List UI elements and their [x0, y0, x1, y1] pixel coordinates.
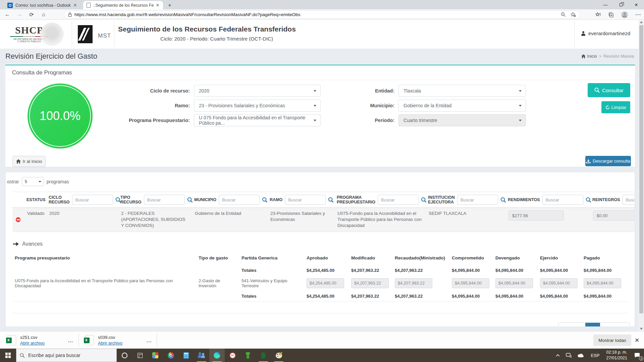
person-icon	[581, 31, 586, 36]
scroll-down-arrow[interactable]	[640, 328, 643, 330]
search-institucion-input[interactable]	[457, 195, 498, 205]
taskbar-search[interactable]	[16, 349, 117, 362]
tab-outlook[interactable]: O Correo: luci xochihua - Outlook ✕	[4, 1, 80, 9]
show-all-downloads-button[interactable]: Mostrar todas	[593, 335, 631, 346]
search-ramo-input[interactable]	[285, 195, 326, 205]
col-comprometido: Comprometido	[450, 252, 493, 265]
edge-icon[interactable]	[209, 349, 225, 362]
search-municipio-input[interactable]	[219, 195, 260, 205]
open-file-link[interactable]: Abrir archivo	[98, 341, 122, 346]
address-bar[interactable]: https://www.mst.hacienda.gob.mx/rft-web/…	[64, 10, 580, 19]
page-icon	[87, 3, 91, 8]
tray-expand-icon[interactable]	[556, 354, 560, 357]
new-tab-button[interactable]: +	[166, 2, 173, 9]
reintegros-value: $0.00	[593, 210, 635, 221]
col-rendimientos[interactable]: RENDIMIENTOS	[508, 197, 540, 202]
download-menu-icon[interactable]: ...	[147, 338, 152, 343]
ramo-select[interactable]: 23 - Provisiones Salariales y Económicas	[194, 100, 321, 112]
limpiar-button[interactable]: Limpiar	[601, 101, 630, 113]
ir-al-inicio-button[interactable]: Ir al Inicio	[12, 156, 46, 167]
municipio-select[interactable]: Gobierno de la Entidad	[398, 100, 526, 112]
add-favorite-icon[interactable]	[571, 12, 576, 17]
scrollbar-thumb[interactable]	[639, 25, 643, 313]
onedrive-icon[interactable]	[578, 353, 584, 358]
col-ramo[interactable]: RAMO	[270, 197, 282, 202]
col-aprobado: Aprobado	[305, 252, 349, 265]
col-institucion[interactable]: INSTITUCION EJECUTORA	[428, 195, 455, 205]
periodo-select[interactable]: Cuarto trimestre	[398, 114, 526, 126]
descargar-consulta-button[interactable]: Descargar consulta	[585, 156, 631, 166]
arrow-right-icon	[13, 242, 19, 246]
close-downloads-icon[interactable]: ✕	[635, 337, 639, 344]
ejercido-input: $4,095,844.00	[540, 278, 578, 288]
chrome-icon[interactable]	[163, 349, 178, 362]
language-indicator[interactable]: ESP	[591, 353, 599, 358]
notification-icon[interactable]: 3	[631, 349, 644, 362]
teams-icon[interactable]	[566, 353, 572, 358]
col-ciclo-recurso[interactable]: CICLO RECURSO	[49, 195, 70, 205]
search-icon[interactable]	[328, 197, 334, 203]
user-menu[interactable]: everardomartinezd	[581, 31, 630, 36]
profile-avatar[interactable]	[621, 11, 628, 18]
breadcrumb-home[interactable]: Inicio	[581, 54, 597, 59]
url-text: https://www.mst.hacienda.gob.mx/rft-web/…	[74, 12, 300, 17]
entidad-select[interactable]: Tlaxcala	[398, 85, 526, 97]
col-ejercido: Ejercido	[538, 252, 582, 265]
task-view-icon[interactable]	[132, 349, 148, 362]
download-item[interactable]: s251.csv Abrir archivo	[7, 334, 74, 347]
web-page: SHCP SECRETARÍA DE HACIENDA Y CRÉDITO PÚ…	[0, 20, 639, 331]
cortana-icon[interactable]	[117, 349, 132, 362]
ciclo-select[interactable]: 2020	[194, 85, 321, 97]
home-button[interactable]: ⌂	[39, 10, 48, 18]
scroll-up-arrow[interactable]	[640, 21, 643, 23]
start-button[interactable]	[5, 353, 11, 358]
col-estatus[interactable]: ESTATUS	[26, 197, 45, 202]
minimize-button[interactable]: —	[598, 0, 613, 9]
consultar-button[interactable]: Consultar	[588, 83, 630, 97]
restore-button[interactable]	[613, 0, 629, 9]
page-length-select[interactable]: 5	[22, 177, 44, 186]
table-row[interactable]: Validado 2020 2 - FEDERALES (APORTACIONE…	[12, 208, 635, 232]
pipe-app-icon[interactable]	[240, 349, 256, 362]
snipping-tool-icon[interactable]: ✂	[225, 349, 240, 362]
next-page-button[interactable]: Siguiente	[600, 323, 630, 327]
collections-icon[interactable]	[608, 12, 614, 17]
open-file-link[interactable]: Abrir archivo	[20, 341, 45, 346]
periodo-label: Periodo:	[344, 118, 394, 123]
refresh-icon	[605, 105, 610, 110]
prev-page-button[interactable]: Anterior	[558, 323, 585, 327]
programa-select[interactable]: U 075 Fondo para la Accesibilidad en el …	[194, 114, 321, 126]
col-municipio[interactable]: MUNICIPIO	[194, 197, 216, 202]
close-button[interactable]: ✕	[629, 0, 644, 9]
taskbar-search-input[interactable]	[28, 353, 109, 358]
download-item[interactable]: s039.csv Abrir archivo	[85, 334, 152, 347]
tab-close-icon[interactable]: ✕	[155, 3, 160, 8]
search-reintegros-input[interactable]	[623, 195, 635, 205]
current-page-button[interactable]: 1	[585, 323, 600, 327]
green-app-icon[interactable]	[256, 349, 271, 362]
search-tipo-input[interactable]	[144, 195, 185, 205]
app-icon[interactable]	[148, 349, 163, 362]
download-menu-icon[interactable]: ...	[68, 338, 73, 343]
tab-seguimiento[interactable]: .:Seguimiento de los Recursos Fe ✕	[83, 1, 163, 9]
search-ciclo-input[interactable]	[72, 195, 113, 205]
back-button[interactable]: ←	[3, 10, 12, 18]
refresh-button[interactable]: ⟳	[27, 10, 36, 18]
excel-file-icon	[85, 335, 94, 345]
tab-close-icon[interactable]: ✕	[72, 3, 78, 8]
col-reintegros[interactable]: REINTEGROS	[592, 197, 620, 202]
vertical-scrollbar[interactable]	[639, 20, 644, 331]
home-icon	[16, 159, 21, 164]
col-tipo-recurso[interactable]: TIPO RECURSO	[120, 195, 142, 205]
menu-dots-icon[interactable]: ···	[635, 12, 641, 17]
collapse-row-icon[interactable]	[16, 217, 20, 222]
clock[interactable]: 02:18 p. m. 27/01/2021	[606, 350, 627, 361]
calculator-icon[interactable]	[178, 349, 194, 362]
paint-icon[interactable]	[271, 349, 286, 362]
search-programa-input[interactable]	[378, 195, 419, 205]
search-rendimientos-input[interactable]	[542, 195, 583, 205]
favorites-icon[interactable]	[595, 12, 601, 17]
forward-button[interactable]: →	[15, 10, 24, 18]
col-programa[interactable]: PROGRAMA PRESUPUESTARIO	[337, 195, 375, 205]
people-app-icon[interactable]	[194, 349, 209, 362]
